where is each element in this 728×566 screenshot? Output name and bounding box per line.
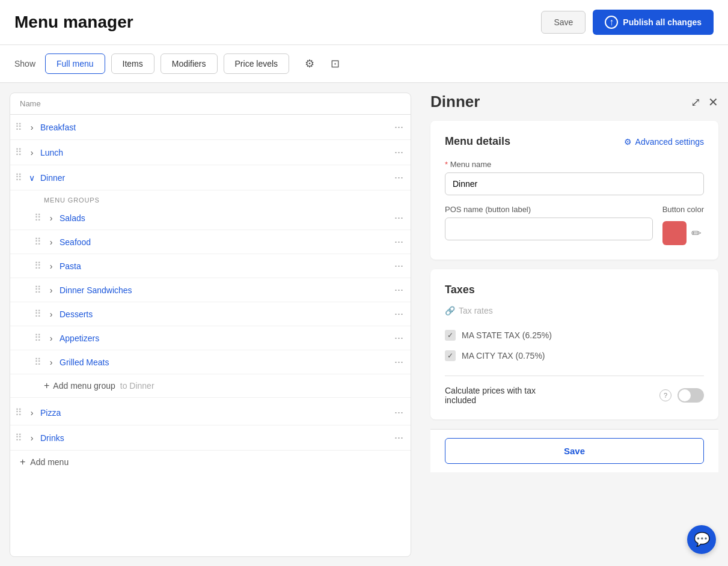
more-grilled-meats[interactable]: ··· (392, 356, 406, 368)
preview-icon[interactable]: ⊡ (325, 54, 344, 73)
more-breakfast[interactable]: ··· (392, 121, 406, 133)
drag-handle-desserts[interactable]: ⠿ (34, 308, 41, 320)
tab-price-levels[interactable]: Price levels (224, 53, 290, 74)
drinks-label: Drinks (40, 433, 392, 443)
more-seafood[interactable]: ··· (392, 236, 406, 248)
publish-button[interactable]: ↑ Publish all changes (593, 10, 714, 35)
tax-rates-link[interactable]: 🔗 Tax rates (445, 306, 704, 315)
menu-details-card: Menu details ⚙ Advanced settings * Menu … (430, 121, 718, 260)
expand-icon-pizza[interactable]: › (26, 407, 38, 419)
pos-name-input[interactable] (445, 218, 653, 240)
color-swatch-button[interactable] (662, 221, 687, 245)
submenu-row-seafood[interactable]: ⠿ › Seafood ··· (10, 230, 411, 254)
expand-icon-lunch[interactable]: › (26, 147, 38, 159)
menu-name-label: * Menu name (445, 160, 704, 169)
menu-row-lunch[interactable]: ⠿ › Lunch ··· (10, 140, 411, 165)
close-detail-icon[interactable]: ✕ (708, 95, 718, 109)
grilled-meats-label: Grilled Meats (60, 358, 392, 367)
expand-icon-pasta[interactable]: › (45, 260, 57, 272)
button-color-field: Button color ✏ (662, 205, 704, 245)
more-appetizers[interactable]: ··· (392, 332, 406, 344)
tax-item-ma-city: ✓ MA CITY TAX (0.75%) (445, 345, 704, 366)
tax-ma-state-label: MA STATE TAX (6.25%) (462, 330, 552, 340)
tab-items[interactable]: Items (111, 53, 154, 74)
settings-icon[interactable]: ⚙ (300, 54, 319, 73)
save-button[interactable]: Save (541, 11, 586, 34)
menu-row-breakfast[interactable]: ⠿ › Breakfast ··· (10, 115, 411, 140)
more-pasta[interactable]: ··· (392, 260, 406, 272)
expand-icon-seafood[interactable]: › (45, 236, 57, 248)
add-menu-row[interactable]: + Add menu (10, 451, 411, 473)
lunch-label: Lunch (40, 148, 392, 157)
add-menu-label: Add menu (30, 457, 69, 467)
advanced-settings-label: Advanced settings (635, 137, 704, 147)
more-salads[interactable]: ··· (392, 211, 406, 224)
tab-modifiers[interactable]: Modifiers (161, 53, 218, 74)
drag-handle-salads[interactable]: ⠿ (34, 212, 41, 224)
menu-groups-label: MENU GROUPS (10, 193, 411, 206)
detail-header-icons: ⤢ ✕ (691, 95, 718, 109)
menu-name-input[interactable] (445, 172, 704, 195)
pos-name-field: POS name (button label) (445, 205, 653, 245)
more-drinks[interactable]: ··· (392, 431, 406, 444)
submenu-row-desserts[interactable]: ⠿ › Desserts ··· (10, 302, 411, 326)
drag-handle-appetizers[interactable]: ⠿ (34, 332, 41, 344)
drag-handle-pasta[interactable]: ⠿ (34, 260, 41, 272)
menu-list-container: Name ⠿ › Breakfast ··· ⠿ › Lunch ··· (10, 93, 411, 557)
pasta-label: Pasta (60, 261, 392, 271)
eyedropper-icon[interactable]: ✏ (691, 226, 702, 240)
menu-row-dinner[interactable]: ⠿ ∨ Dinner ··· (10, 165, 411, 190)
submenu-row-appetizers[interactable]: ⠿ › Appetizers ··· (10, 326, 411, 350)
checkbox-ma-state[interactable]: ✓ (445, 330, 456, 341)
add-group-suffix: to Dinner (118, 381, 154, 391)
menu-row-pizza[interactable]: ⠿ › Pizza ··· (10, 400, 411, 425)
appetizers-label: Appetizers (60, 333, 392, 343)
submenu-row-pasta[interactable]: ⠿ › Pasta ··· (10, 254, 411, 278)
card-header-menu-details: Menu details ⚙ Advanced settings (445, 135, 704, 148)
more-desserts[interactable]: ··· (392, 308, 406, 320)
tab-full-menu[interactable]: Full menu (45, 53, 105, 74)
drag-handle-grilled-meats[interactable]: ⠿ (34, 356, 41, 368)
checkbox-ma-city[interactable]: ✓ (445, 350, 456, 361)
pos-name-label: POS name (button label) (445, 205, 653, 214)
drag-handle-dinner-sandwiches[interactable]: ⠿ (34, 284, 41, 296)
add-menu-group-row[interactable]: + Add menu group to Dinner (10, 374, 411, 398)
calc-label: Calculate prices with tax included (445, 386, 565, 405)
advanced-settings-link[interactable]: ⚙ Advanced settings (624, 137, 704, 147)
drag-handle-seafood[interactable]: ⠿ (34, 236, 41, 248)
more-pizza[interactable]: ··· (392, 406, 406, 419)
more-lunch[interactable]: ··· (392, 146, 406, 159)
expand-icon-appetizers[interactable]: › (45, 332, 57, 344)
detail-save-button[interactable]: Save (445, 438, 704, 464)
menu-row-drinks[interactable]: ⠿ › Drinks ··· (10, 425, 411, 451)
dinner-label: Dinner (40, 173, 392, 183)
expand-icon-grilled-meats[interactable]: › (45, 356, 57, 368)
calc-toggle[interactable] (678, 388, 704, 403)
submenu-row-dinner-sandwiches[interactable]: ⠿ › Dinner Sandwiches ··· (10, 278, 411, 302)
submenu-row-grilled-meats[interactable]: ⠿ › Grilled Meats ··· (10, 350, 411, 374)
more-dinner-sandwiches[interactable]: ··· (392, 284, 406, 296)
drag-handle-drinks[interactable]: ⠿ (15, 432, 22, 443)
expand-icon-drinks[interactable]: › (26, 432, 38, 444)
submenu-row-salads[interactable]: ⠿ › Salads ··· (10, 206, 411, 230)
expand-icon-desserts[interactable]: › (45, 308, 57, 320)
menu-name-text: Menu name (450, 160, 492, 169)
app-title: Menu manager (14, 13, 133, 32)
drag-handle-breakfast[interactable]: ⠿ (15, 121, 22, 133)
drag-handle-dinner[interactable]: ⠿ (15, 172, 22, 183)
drag-handle-lunch[interactable]: ⠿ (15, 147, 22, 158)
expand-detail-icon[interactable]: ⤢ (691, 95, 701, 109)
help-icon[interactable]: ? (659, 389, 671, 401)
breakfast-label: Breakfast (40, 123, 392, 132)
expand-icon-dinner[interactable]: ∨ (26, 172, 38, 184)
drag-handle-pizza[interactable]: ⠿ (15, 407, 22, 418)
expand-icon-dinner-sandwiches[interactable]: › (45, 284, 57, 296)
button-color-label: Button color (662, 205, 704, 214)
more-dinner[interactable]: ··· (392, 171, 406, 184)
add-menu-plus-icon: + (20, 457, 25, 467)
detail-title: Dinner (430, 93, 480, 111)
expand-icon-salads[interactable]: › (45, 212, 57, 224)
chat-icon[interactable]: 💬 (687, 525, 716, 554)
expand-icon-breakfast[interactable]: › (26, 121, 38, 133)
required-star: * (445, 160, 448, 169)
